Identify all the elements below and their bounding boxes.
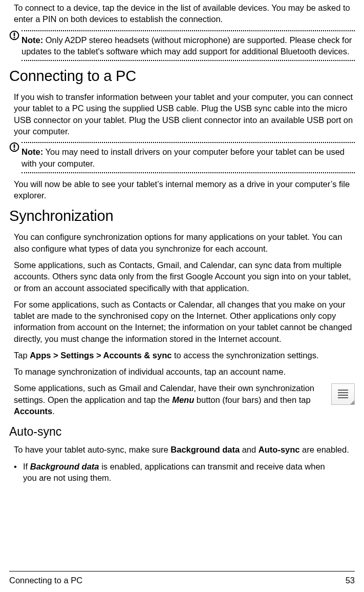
- footer-section-title: Connecting to a PC: [9, 575, 82, 586]
- note-content: Note: Only A2DP stereo headsets (without…: [22, 33, 355, 58]
- footer-rule: [9, 571, 355, 571]
- text: button (four bars) and then tap: [194, 395, 310, 404]
- heading-auto-sync: Auto-sync: [9, 424, 355, 440]
- note-label: Note:: [22, 35, 43, 45]
- note-block-2: Note: You may need to install drivers on…: [9, 142, 355, 173]
- note-block-1: Note: Only A2DP stereo headsets (without…: [9, 30, 355, 62]
- page-footer: Connecting to a PC 53: [9, 571, 355, 586]
- text: .: [52, 406, 55, 416]
- note-text: You may need to install drivers on your …: [22, 147, 345, 168]
- corner-icon: [350, 400, 354, 404]
- text: and: [240, 445, 259, 454]
- menu-term: Menu: [172, 395, 194, 404]
- page-number: 53: [346, 575, 355, 586]
- dashed-rule: [22, 172, 355, 173]
- pc-paragraph-1: If you wish to transfer information betw…: [9, 91, 355, 137]
- sync-paragraph-6-wrapper: Some applications, such as Gmail and Cal…: [9, 382, 355, 421]
- note-label: Note:: [22, 147, 43, 156]
- sync-paragraph-4: Tap Apps > Settings > Accounts & sync to…: [9, 350, 355, 361]
- bullet-item: • If Background data is enabled, applica…: [9, 461, 355, 484]
- sync-paragraph-6: Some applications, such as Gmail and Cal…: [14, 382, 355, 417]
- text: are enabled.: [299, 445, 349, 454]
- svg-rect-4: [14, 145, 15, 148]
- pc-paragraph-after: You will now be able to see your tablet’…: [9, 178, 355, 201]
- heading-synchronization: Synchronization: [9, 206, 355, 226]
- dashed-rule: [22, 60, 355, 61]
- sync-paragraph-1: You can configure synchronization option…: [9, 231, 355, 254]
- menu-button-illustration: [331, 383, 355, 405]
- auto-sync-term: Auto-sync: [259, 445, 300, 454]
- sync-paragraph-3: For some applications, such as Contacts …: [9, 299, 355, 344]
- nav-path: Apps > Settings > Accounts & sync: [30, 351, 172, 360]
- bullet-icon: •: [14, 461, 23, 484]
- bullet-text: If Background data is enabled, applicati…: [23, 461, 355, 484]
- sync-paragraph-5: To manage synchronization of individual …: [9, 366, 355, 377]
- text: If: [23, 462, 30, 471]
- dashed-rule: [22, 142, 355, 143]
- sync-paragraph-2: Some applications, such as Contacts, Gma…: [9, 259, 355, 294]
- text: Tap: [14, 351, 30, 360]
- alert-icon: [9, 142, 19, 152]
- text: to access the synchronization settings.: [172, 351, 318, 360]
- auto-paragraph-1: To have your tablet auto-sync, make sure…: [9, 444, 355, 455]
- accounts-term: Accounts: [14, 406, 52, 416]
- dashed-rule: [22, 30, 355, 31]
- bg-data-italic: Background data: [30, 462, 99, 471]
- heading-connecting-pc: Connecting to a PC: [9, 66, 355, 86]
- bg-data-term: Background data: [170, 445, 240, 454]
- alert-icon: [9, 30, 19, 40]
- text: To have your tablet auto-sync, make sure: [14, 445, 170, 454]
- note-text: Only A2DP stereo headsets (without micro…: [22, 35, 352, 56]
- note-content: Note: You may need to install drivers on…: [22, 145, 355, 170]
- intro-paragraph: To connect to a device, tap the device i…: [9, 2, 355, 25]
- svg-rect-1: [14, 32, 15, 36]
- svg-rect-5: [14, 149, 15, 150]
- svg-rect-2: [14, 37, 15, 38]
